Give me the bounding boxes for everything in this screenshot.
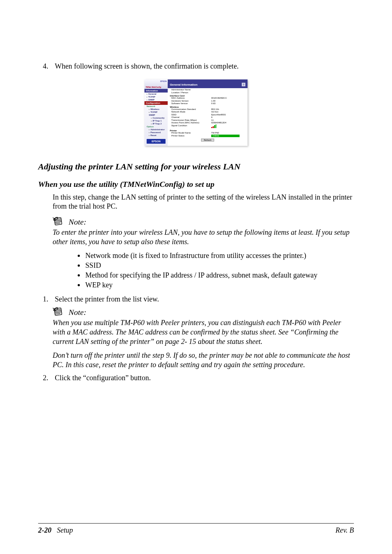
- label-location: Location / Person: [170, 91, 211, 94]
- list-item: WEP key: [85, 280, 354, 290]
- note-icon: [52, 305, 64, 318]
- sidebar-item-tcpip[interactable]: TCP/IP: [144, 95, 168, 98]
- sidebar-heading-information: Information: [144, 89, 168, 93]
- step-text: Click the “configuration” button.: [55, 374, 151, 382]
- heading-when-you-use-utility: When you use the utility (TMNetWinConfig…: [38, 180, 354, 189]
- value-channel: 6: [211, 116, 245, 119]
- label-printer-status: Printer Status: [170, 135, 211, 138]
- note-label: Note:: [69, 217, 86, 227]
- step-4: 4. When following screen is shown, the c…: [38, 62, 354, 71]
- note-block-1: Note: To enter the printer into your wir…: [38, 216, 354, 246]
- page-footer: 2-20 Setup Rev. B: [38, 526, 354, 534]
- note-block-2: Note: When you use multiple TM-P60 with …: [38, 306, 354, 369]
- step-number: 4.: [42, 62, 48, 71]
- page-number: 2-20: [38, 526, 52, 534]
- step-2: 2. Click the “configuration” button.: [38, 374, 354, 382]
- label-sw-version: Software Version: [170, 102, 211, 105]
- screenshot-figure: Information General TCP/IP SNMP Configur…: [38, 79, 354, 146]
- step-text: Select the printer from the list view.: [55, 295, 159, 303]
- step-number: 2.: [42, 374, 48, 382]
- sidebar-item-community[interactable]: Community: [144, 116, 168, 119]
- sidebar-group-network: Network: [144, 105, 168, 108]
- step-text: When following screen is shown, the conf…: [55, 62, 239, 71]
- sidebar-item-wireless[interactable]: Wireless: [144, 108, 168, 111]
- note-2-text-2: Don’t turn off the printer until the ste…: [53, 350, 354, 369]
- value-ap-mac: 0206404B12D4: [211, 122, 245, 124]
- panel-titlebar: General Information ?: [168, 79, 248, 88]
- main-panel: General Information ? Administrator Name…: [168, 79, 248, 146]
- value-sw-version: 0.63: [211, 102, 245, 105]
- label-channel: Channel: [170, 116, 211, 119]
- value-comm-standard: 802.11b: [211, 108, 245, 111]
- sidebar-group-option: Option: [144, 125, 168, 128]
- value-hw-version: 1.00: [211, 100, 245, 103]
- epson-badge: EPSON: [147, 139, 166, 144]
- footer-revision: Rev. B: [335, 526, 354, 534]
- value-ssid: EpsonNetIBSS: [211, 114, 245, 116]
- label-comm-standard: Communication Standard: [170, 108, 211, 111]
- list-item: SSID: [85, 260, 354, 270]
- label-hw-version: Hardware Version: [170, 100, 211, 103]
- sidebar-item-password[interactable]: Password: [144, 131, 168, 134]
- setup-items-list: Network mode (it is fixed to Infrastruct…: [38, 251, 354, 290]
- sidebar: Information General TCP/IP SNMP Configur…: [144, 79, 168, 146]
- label-model: Printer Model Name: [170, 132, 211, 135]
- value-location: [211, 91, 245, 94]
- sidebar-item-administrator[interactable]: Administrator: [144, 128, 168, 131]
- sidebar-item-general[interactable]: General: [144, 93, 168, 95]
- note-icon: [52, 215, 64, 227]
- product-logo: [144, 79, 168, 89]
- signal-bars-icon: [211, 124, 216, 128]
- panel-title: General Information: [170, 83, 197, 86]
- footer-section: Setup: [57, 526, 73, 534]
- sidebar-heading-configuration: Configuration: [144, 101, 168, 105]
- value-rate: 11: [211, 119, 245, 122]
- value-network-mode: Ad Hoc: [211, 111, 245, 114]
- step-number: 1.: [42, 295, 48, 303]
- sidebar-item-iptrap1[interactable]: IP Trap 1: [144, 119, 168, 122]
- sidebar-item-snmp[interactable]: SNMP: [144, 98, 168, 101]
- value-mac: 0010C82482CC: [211, 97, 245, 100]
- step-1: 1. Select the printer from the list view…: [38, 295, 354, 303]
- value-admin-name: [211, 89, 245, 91]
- svg-point-3: [53, 307, 58, 311]
- help-icon[interactable]: ?: [242, 83, 245, 86]
- label-ssid: SSID: [170, 114, 211, 116]
- label-mac: MAC Address: [170, 97, 211, 100]
- label-ap-mac: Access Point (MAC Address): [170, 122, 211, 124]
- footer-rule: [38, 523, 354, 524]
- label-admin-name: Administrator Name: [170, 89, 211, 91]
- sidebar-item-reset[interactable]: Reset: [144, 134, 168, 137]
- note-label: Note:: [69, 308, 86, 317]
- label-network-mode: Network Mode: [170, 111, 211, 114]
- note-1-text: To enter the printer into your wireless …: [53, 227, 354, 246]
- note-2-text-1: When you use multiple TM-P60 with Peeler…: [53, 318, 354, 346]
- status-badge-online: Online: [211, 135, 240, 138]
- sidebar-item-iptrap2[interactable]: IP Trap 2: [144, 122, 168, 125]
- svg-point-1: [53, 217, 58, 221]
- sidebar-item-snmp-config[interactable]: SNMP: [144, 114, 168, 116]
- sidebar-item-tcpip-config[interactable]: TCP/IP: [144, 111, 168, 114]
- document-page: 4. When following screen is shown, the c…: [0, 0, 392, 554]
- intro-paragraph: In this step, change the LAN setting of …: [38, 193, 354, 211]
- label-rate: Transmission Rate (Mbps): [170, 119, 211, 122]
- label-signal: Signal Condition: [170, 124, 211, 129]
- list-item: Method for specifying the IP address / I…: [85, 270, 354, 280]
- list-item: Network mode (it is fixed to Infrastruct…: [85, 251, 354, 260]
- value-model: TM-P60: [211, 132, 245, 135]
- epsonnet-webconfig-window: Information General TCP/IP SNMP Configur…: [144, 79, 248, 146]
- refresh-button[interactable]: Refresh: [201, 139, 214, 141]
- heading-adjusting-lan: Adjusting the printer LAN setting for yo…: [38, 162, 354, 172]
